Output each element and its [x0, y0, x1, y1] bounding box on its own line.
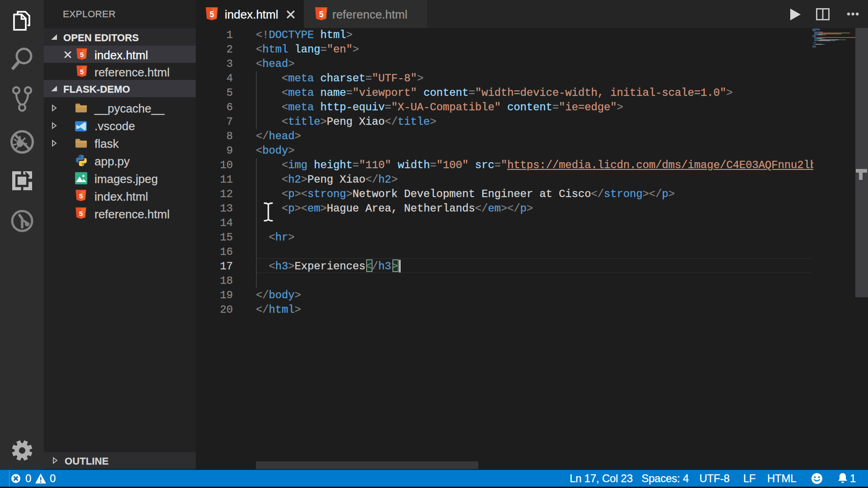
svg-text:5: 5	[80, 68, 84, 75]
svg-text:5: 5	[210, 10, 214, 19]
svg-text:5: 5	[319, 10, 324, 19]
svg-text:5: 5	[79, 210, 83, 217]
svg-text:5: 5	[80, 51, 84, 58]
svg-text:5: 5	[79, 192, 83, 200]
